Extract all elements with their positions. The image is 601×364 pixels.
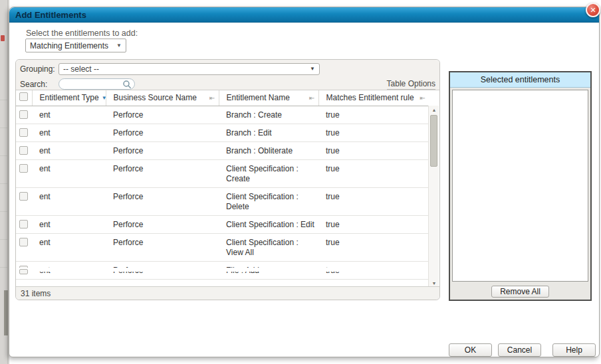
row-checkbox[interactable] xyxy=(19,146,28,155)
table-row[interactable]: ent Perforce Branch : Edit true xyxy=(16,124,429,141)
selected-entitlements-panel: Selected entitlements Remove All xyxy=(449,71,592,301)
table-row[interactable]: ent Perforce Client Specification : Edit… xyxy=(16,215,429,233)
row-checkbox[interactable] xyxy=(19,164,28,173)
search-icon[interactable] xyxy=(122,80,132,89)
column-header-matches-entitlement-rule[interactable]: Matches Entitlement rule⇤ xyxy=(318,90,429,106)
background-line xyxy=(0,183,7,184)
selected-entitlements-list[interactable] xyxy=(452,90,588,282)
table-row[interactable]: ent Perforce Branch : Create true xyxy=(16,106,429,124)
grouping-label: Grouping: xyxy=(20,64,59,74)
row-checkbox[interactable] xyxy=(19,128,28,137)
table-row[interactable]: ent Perforce Client Specification : Crea… xyxy=(16,159,429,187)
scroll-down-icon[interactable]: ▼ xyxy=(429,281,439,286)
column-resize-icon[interactable]: ⇤ xyxy=(309,94,314,102)
background-line xyxy=(0,100,7,100)
entitlement-filter-select[interactable]: Matching Entitlements ▼ xyxy=(25,39,126,52)
grouping-select[interactable]: -- select -- ▼ xyxy=(59,63,320,75)
table-footer: 31 items xyxy=(16,286,439,300)
select-all-checkbox[interactable] xyxy=(19,92,28,101)
intro-label: Select the entitlements to add: xyxy=(26,29,138,38)
ok-button[interactable]: OK xyxy=(449,343,492,357)
remove-all-button[interactable]: Remove All xyxy=(491,286,549,298)
dialog-title: Add Entitlements xyxy=(15,10,86,20)
row-checkbox[interactable] xyxy=(19,192,28,201)
cancel-button[interactable]: Cancel xyxy=(498,343,541,357)
help-button[interactable]: Help xyxy=(552,343,596,357)
row-checkbox[interactable] xyxy=(19,269,28,272)
row-checkbox[interactable] xyxy=(19,238,28,246)
column-header-business-source-name[interactable]: Business Source Name⇤ xyxy=(106,90,219,106)
column-header-entitlement-type[interactable]: Entitlement Type▼ xyxy=(32,90,106,106)
column-resize-icon[interactable]: ⇤ xyxy=(420,94,425,102)
row-checkbox[interactable] xyxy=(19,220,28,228)
close-icon[interactable]: ✕ xyxy=(586,3,600,17)
background-red-fragment xyxy=(1,35,5,41)
scroll-up-icon[interactable]: ▲ xyxy=(429,108,439,112)
table-toolbar: Grouping: -- select -- ▼ Search: xyxy=(16,60,439,90)
table-options-link[interactable]: Table Options xyxy=(387,79,435,90)
chevron-down-icon: ▼ xyxy=(116,43,122,48)
background-line xyxy=(0,267,7,268)
column-header-entitlement-name[interactable]: Entitlement Name⇤ xyxy=(219,90,318,106)
background-line xyxy=(0,155,7,156)
entitlements-table-panel: Grouping: -- select -- ▼ Search: xyxy=(15,59,440,300)
entitlement-filter-value: Matching Entitlements xyxy=(30,41,108,50)
clipped-table-row xyxy=(16,268,429,272)
table-scrollbar[interactable]: ▲ ▼ xyxy=(428,106,439,288)
add-entitlements-dialog: Add Entitlements ✕ Select the entitlemen… xyxy=(9,7,600,357)
background-line xyxy=(0,239,7,240)
select-all-header xyxy=(16,90,32,106)
background-line xyxy=(0,128,7,128)
row-checkbox[interactable] xyxy=(19,110,28,119)
table-header-row: Entitlement Type▼ Business Source Name⇤ … xyxy=(16,90,429,106)
background-page-sliver xyxy=(0,0,9,364)
table-row[interactable]: ent Perforce Client Specification : View… xyxy=(16,233,429,261)
background-line xyxy=(0,211,7,212)
grouping-value: -- select -- xyxy=(63,64,99,74)
sort-descending-icon[interactable]: ▼ xyxy=(102,95,106,101)
scrollbar-thumb[interactable] xyxy=(430,115,437,167)
selected-entitlements-header: Selected entitlements xyxy=(450,72,590,88)
chevron-down-icon: ▼ xyxy=(310,66,315,72)
column-resize-icon[interactable]: ⇤ xyxy=(209,94,215,102)
search-input-box xyxy=(59,78,135,90)
dialog-titlebar: Add Entitlements xyxy=(9,7,599,23)
background-scrollbar-fragment xyxy=(4,290,8,335)
dialog-action-bar: OK Cancel Help xyxy=(9,343,596,357)
search-input[interactable] xyxy=(64,80,122,88)
item-count: 31 items xyxy=(21,289,51,298)
entitlements-table: Entitlement Type▼ Business Source Name⇤ … xyxy=(16,90,429,280)
table-row[interactable]: ent Perforce Client Specification : Dele… xyxy=(16,187,429,215)
search-label: Search: xyxy=(20,80,59,89)
table-row[interactable]: ent Perforce Branch : Obliterate true xyxy=(16,141,429,159)
selected-entitlements-title: Selected entitlements xyxy=(481,75,560,84)
